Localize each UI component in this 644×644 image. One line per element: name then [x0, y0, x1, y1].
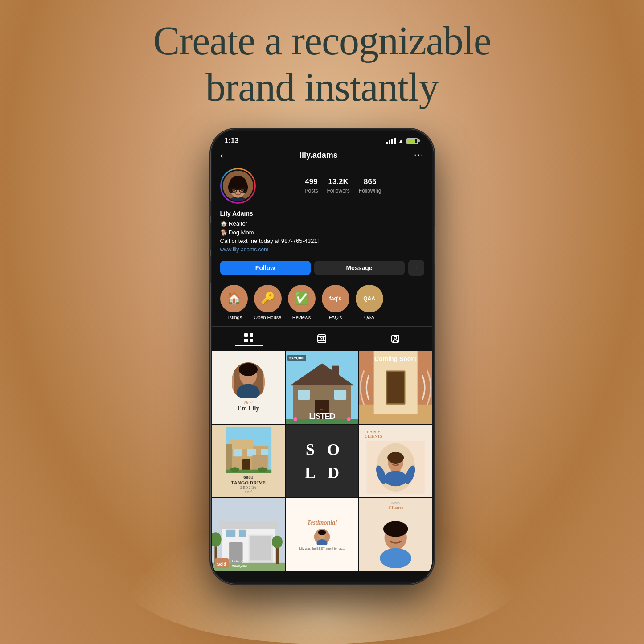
- happy-clients2-title: Clients: [388, 505, 403, 510]
- listed-text: LISTED: [286, 412, 358, 420]
- post-grid: Hey! I'm Lily: [212, 351, 432, 571]
- following-count: 865: [359, 177, 381, 186]
- phone-volume-up-button: [209, 223, 211, 250]
- back-button[interactable]: ‹: [220, 149, 223, 161]
- grid-cell-intro: Hey! I'm Lily: [212, 351, 285, 424]
- highlight-reviews[interactable]: ✅ Reviews: [288, 285, 316, 320]
- highlight-reviews-label: Reviews: [292, 315, 311, 320]
- svg-rect-85: [276, 547, 278, 564]
- tab-grid[interactable]: [235, 331, 263, 346]
- sold-l: L: [299, 461, 321, 484]
- testimonial-avatar: [314, 529, 330, 545]
- profile-username: lily.adams: [299, 151, 338, 160]
- heading-line1: Create a recognizable: [0, 18, 644, 64]
- svg-rect-44: [387, 372, 404, 403]
- svg-point-69: [387, 452, 404, 464]
- wifi-icon: ▲: [398, 137, 404, 144]
- tab-tagged[interactable]: [381, 331, 409, 346]
- svg-rect-17: [250, 339, 253, 342]
- highlight-openhouse[interactable]: 🔑 Open House: [254, 285, 282, 320]
- signal-icon: [386, 138, 396, 144]
- address-text-block: 6081 TANGO DRIVE 2 BD 2 BA new!: [230, 473, 267, 495]
- happy-clients-text: HAPPYCLIENTS: [363, 428, 384, 441]
- highlight-faqs[interactable]: faq's FAQ's: [322, 285, 349, 320]
- testimonial-title: Testimonial: [299, 519, 345, 526]
- phone-power-button: [434, 227, 435, 263]
- highlight-qa-icon: Q&A: [356, 285, 383, 312]
- address-house-image: [215, 427, 282, 473]
- intro-name: I'm Lily: [238, 405, 259, 412]
- svg-point-86: [271, 536, 282, 548]
- follow-button[interactable]: Follow: [220, 261, 311, 275]
- bio-name: Lily Adams: [220, 209, 424, 218]
- coming-soon-label: Coming Soon!: [374, 355, 417, 362]
- add-friend-button[interactable]: +: [408, 260, 424, 276]
- following-stat: 865 Following: [359, 177, 381, 194]
- sold-letters-grid: S O: [297, 436, 346, 485]
- svg-point-12: [232, 189, 235, 191]
- phone-volume-down-button: [209, 256, 211, 283]
- tab-reels[interactable]: [308, 331, 336, 346]
- phone-mute-button: [209, 201, 211, 216]
- svg-point-13: [241, 189, 244, 191]
- bar2: [389, 140, 390, 144]
- svg-text:O: O: [327, 441, 340, 459]
- highlight-openhouse-label: Open House: [254, 315, 282, 320]
- grid-cell-sold-house: Sold Listed @ $###,###: [212, 498, 285, 571]
- highlight-reviews-icon: ✅: [288, 285, 316, 312]
- avatar-image: [223, 171, 253, 201]
- svg-point-89: [318, 530, 326, 535]
- svg-rect-80: [226, 530, 235, 537]
- svg-rect-39: [332, 365, 339, 377]
- coming-soon-text: Coming Soon!: [359, 355, 432, 363]
- followers-stat: 13.2K Followers: [327, 177, 349, 194]
- profile-bio: Lily Adams 🏠 Realtor 🐕 Dog Mom Call or t…: [212, 207, 432, 258]
- bio-line2: 🐕 Dog Mom: [220, 228, 424, 237]
- highlight-qa[interactable]: Q&A Q&A: [356, 285, 383, 320]
- avatar: [222, 169, 254, 202]
- status-time: 1:13: [225, 137, 239, 145]
- listed-price-value: $###,###: [232, 564, 247, 568]
- followers-count: 13.2K: [327, 177, 349, 186]
- address-street: TANGO DRIVE: [231, 480, 266, 486]
- listed-price-label: Listed @: [232, 560, 245, 563]
- following-label: Following: [359, 188, 381, 194]
- heading-line2: brand instantly: [0, 64, 644, 111]
- happy-clients2-subtitle: happy: [391, 501, 400, 505]
- svg-rect-76: [219, 521, 278, 529]
- phone-shell: 1:13 ▲: [211, 129, 434, 584]
- profile-header: 499 Posts 13.2K Followers 865 Following: [212, 164, 432, 207]
- grid-cell-coming-soon: Coming Soon!: [359, 351, 432, 424]
- grid-cell-address: 6081 TANGO DRIVE 2 BD 2 BA new!: [212, 425, 285, 497]
- svg-rect-52: [242, 459, 250, 470]
- svg-rect-48: [226, 444, 232, 470]
- svg-rect-54: [253, 455, 265, 469]
- posts-label: Posts: [304, 188, 318, 194]
- bio-website[interactable]: www.lily-adams.com: [220, 246, 424, 254]
- svg-point-56: [230, 467, 239, 472]
- grid-cell-happy-clients2: happy Clients: [359, 498, 432, 571]
- phone-screen: 1:13 ▲: [212, 131, 432, 582]
- more-options-button[interactable]: ···: [414, 149, 424, 161]
- main-heading: Create a recognizable brand instantly: [0, 18, 644, 110]
- address-new-tag: new!: [231, 490, 266, 494]
- highlight-listings[interactable]: 🏠 Listings: [220, 285, 248, 320]
- posts-count: 499: [304, 177, 318, 186]
- bar4: [394, 138, 396, 144]
- svg-text:L: L: [305, 464, 316, 482]
- profile-tabs: [212, 326, 432, 351]
- profile-actions: Follow Message +: [212, 258, 432, 282]
- avatar-ring: [220, 168, 256, 204]
- profile-stats: 499 Posts 13.2K Followers 865 Following: [262, 177, 424, 194]
- testimonial-content: Testimonial Lily was the BEST a: [296, 516, 348, 554]
- highlight-faqs-label: FAQ's: [329, 315, 342, 320]
- grid-cell-sold: S O: [286, 425, 358, 497]
- bar3: [391, 139, 393, 144]
- highlight-listings-label: Listings: [226, 315, 242, 320]
- bio-line1: 🏠 Realtor: [220, 219, 424, 228]
- svg-rect-35: [334, 390, 346, 400]
- happy-clients2-photo: [362, 512, 429, 568]
- message-button[interactable]: Message: [314, 261, 405, 275]
- story-highlights: 🏠 Listings 🔑 Open House ✅ Reviews faq's …: [212, 282, 432, 326]
- profile-nav: ‹ lily.adams ···: [212, 148, 432, 164]
